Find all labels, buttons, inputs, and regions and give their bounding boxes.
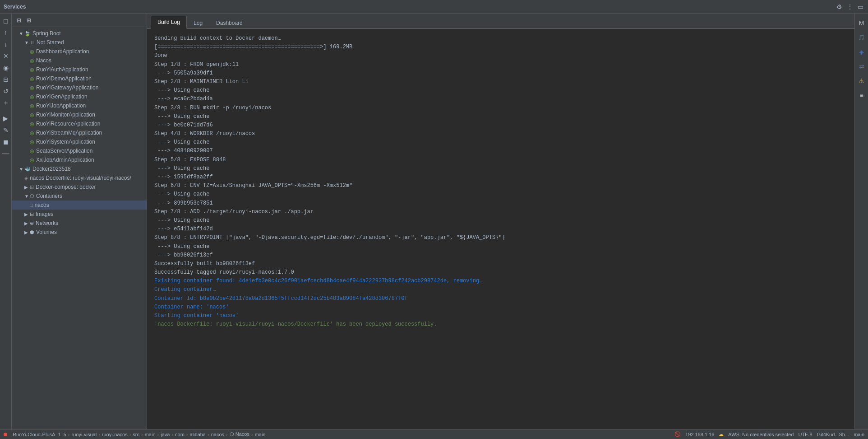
service-panel: ⊟ ⊞ ▼ 🍃 Spring Boot ▼ ⏸ Not Started ◎ Da… [12, 14, 147, 429]
service-icon-demo: ◎ [30, 76, 34, 82]
volumes-label: Volumes [36, 229, 57, 235]
status-dot-red [4, 433, 7, 436]
seata-label: SeataServerApplication [36, 148, 92, 154]
networks-label: Networks [36, 220, 58, 226]
monitor-label: RuoYiMonitorApplication [36, 112, 95, 118]
right-icon-tiktok[interactable]: 🎵 [856, 32, 868, 43]
edit-icon[interactable]: ✎ [0, 125, 11, 135]
hide-icon[interactable]: ▭ [857, 2, 864, 11]
right-icon-link[interactable]: ⇄ [856, 61, 868, 72]
more-icon[interactable]: ⋮ [846, 2, 854, 11]
volumes-icon: ⬢ [30, 229, 34, 235]
tab-build-log[interactable]: Build Log [151, 16, 187, 29]
collapse-all-icon[interactable]: ⊟ [15, 17, 23, 24]
refresh-icon[interactable]: ↺ [0, 86, 11, 97]
no-events-icon: 🚫 [674, 431, 681, 437]
stop-icon[interactable]: ◼ [0, 136, 11, 147]
ip-address: 192.168.1.16 [685, 432, 714, 437]
docker-compose-item[interactable]: ▶ ⊞ Docker-compose: docker [12, 182, 147, 191]
eye-icon[interactable]: ◉ [0, 62, 11, 73]
dockerfile-icon: ◈ [24, 175, 28, 181]
service-icon-xxl: ◎ [30, 157, 34, 163]
service-ruoyi-job[interactable]: ◎ RuoYiJobApplication [12, 101, 147, 110]
up-icon[interactable]: ↑ [0, 27, 11, 38]
spring-boot-label: Spring Boot [32, 30, 61, 37]
not-started-icon: ⏸ [30, 40, 35, 45]
settings-icon[interactable]: ⚙ [836, 2, 843, 11]
service-icon-monitor: ◎ [30, 112, 34, 118]
add-icon[interactable]: ＋ [0, 98, 11, 108]
nacos-dockerfile-label: nacos Dockerfile: ruoyi-visual/ruoyi-nac… [30, 175, 131, 181]
panel-filter-icon[interactable]: ⊞ [25, 17, 32, 24]
breadcrumb: RuoYi-Cloud-PlusA_1_5 › ruoyi-visual › r… [13, 431, 265, 437]
spring-boot-group[interactable]: ▼ 🍃 Spring Boot [12, 29, 147, 38]
system-label: RuoYiSystemApplication [36, 139, 95, 145]
right-icon-plugin[interactable]: ◈ [856, 46, 868, 58]
service-icon-system: ◎ [30, 139, 34, 145]
networks-group[interactable]: ▶ ⊕ Networks [12, 219, 147, 228]
status-right: 🚫 192.168.1.16 ☁ AWS: No credentials sel… [674, 431, 864, 437]
service-ruoyi-stream[interactable]: ◎ RuoYiStreamMqApplication [12, 128, 147, 137]
tab-log[interactable]: Log [187, 17, 209, 29]
service-seata[interactable]: ◎ SeataServerApplication [12, 146, 147, 155]
stream-label: RuoYiStreamMqApplication [36, 130, 102, 136]
service-ruoyi-resource[interactable]: ◎ RuoYiResourceApplication [12, 119, 147, 128]
encoding: UTF-8 [798, 432, 812, 437]
nacos-container-item[interactable]: □ nacos [12, 201, 147, 210]
volumes-group[interactable]: ▶ ⬢ Volumes [12, 228, 147, 237]
run-icon[interactable]: ▶ [0, 113, 11, 124]
service-icon-stream: ◎ [30, 130, 34, 136]
spring-icon: 🍃 [24, 31, 31, 37]
docker-group[interactable]: ▼ 🐳 Docker2023518 [12, 164, 147, 173]
job-label: RuoYiJobApplication [36, 103, 86, 109]
right-sidebar: M 🎵 ◈ ⇄ ⚠ ≡ [854, 14, 868, 429]
status-bar: RuoYi-Cloud-PlusA_1_5 › ruoyi-visual › r… [0, 429, 868, 439]
compose-icon: ⊞ [30, 184, 34, 190]
service-ruoyi-system[interactable]: ◎ RuoYiSystemApplication [12, 137, 147, 146]
services-title: Services [4, 4, 26, 10]
project-icon[interactable]: ◻ [0, 15, 11, 26]
gateway-label: RuoYiGatewayApplication [36, 84, 98, 91]
tab-dashboard[interactable]: Dashboard [209, 17, 249, 29]
log-content[interactable]: Sending build context to Docker daemon…[… [147, 29, 854, 429]
filter-icon[interactable]: ⊟ [0, 74, 11, 85]
close-icon[interactable]: ✕ [0, 51, 11, 61]
right-icon-alert[interactable]: ⚠ [856, 75, 868, 87]
service-ruoyi-monitor[interactable]: ◎ RuoYiMonitorApplication [12, 110, 147, 119]
breadcrumb-item-2: ruoyi-visual [72, 432, 97, 437]
xxl-label: XxlJobAdminApplication [36, 157, 94, 163]
expand-arrow-spring: ▼ [19, 31, 23, 36]
service-ruoyi-demo[interactable]: ◎ RuoYiDemoApplication [12, 74, 147, 83]
service-xxljob[interactable]: ◎ XxlJobAdminApplication [12, 155, 147, 164]
service-nacos[interactable]: ◎ Nacos [12, 56, 147, 65]
images-icon: ⊟ [30, 211, 34, 217]
breadcrumb-item-5: main [145, 432, 156, 437]
right-icon-1[interactable]: M [856, 17, 868, 29]
service-ruoyi-gateway[interactable]: ◎ RuoYiGatewayApplication [12, 83, 147, 92]
service-icon-job: ◎ [30, 103, 34, 109]
nacos-container-label: nacos [35, 202, 49, 208]
containers-group[interactable]: ▼ ⬡ Containers [12, 191, 147, 201]
branch: main [854, 432, 864, 437]
networks-icon: ⊕ [30, 220, 34, 226]
breadcrumb-item-11: main [255, 432, 266, 437]
containers-icon: ⬡ [30, 193, 34, 199]
expand-arrow-images: ▶ [24, 212, 29, 217]
not-started-group[interactable]: ▼ ⏸ Not Started [12, 38, 147, 47]
service-ruoyi-auth[interactable]: ◎ RuoYiAuthApplication [12, 65, 147, 74]
top-bar-icons: ⚙ ⋮ ▭ [836, 2, 864, 11]
docker-compose-label: Docker-compose: docker [36, 184, 96, 190]
divider-icon: — [0, 148, 11, 159]
expand-arrow-volumes: ▶ [24, 230, 29, 235]
expand-arrow-not-started: ▼ [24, 40, 29, 45]
gen-label: RuoYiGenApplication [36, 93, 88, 100]
service-dashboard[interactable]: ◎ DashboardApplication [12, 47, 147, 56]
images-group[interactable]: ▶ ⊟ Images [12, 210, 147, 219]
nacos-dockerfile-item[interactable]: ◈ nacos Dockerfile: ruoyi-visual/ruoyi-n… [12, 173, 147, 182]
right-icon-lines[interactable]: ≡ [856, 89, 868, 101]
content-area: Build Log Log Dashboard Sending build co… [147, 14, 854, 429]
service-icon-gen: ◎ [30, 94, 34, 100]
down-icon[interactable]: ↓ [0, 39, 11, 50]
resource-label: RuoYiResourceApplication [36, 121, 100, 127]
service-ruoyi-gen[interactable]: ◎ RuoYiGenApplication [12, 92, 147, 101]
